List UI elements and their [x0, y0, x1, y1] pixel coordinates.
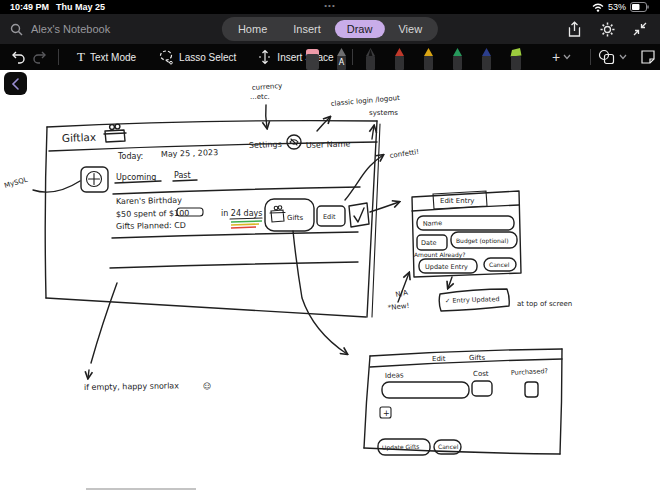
shapes-tool-button[interactable]	[598, 49, 627, 65]
amount-note: Amount Already?	[414, 251, 466, 259]
entry-countdown: in 24 days	[221, 209, 262, 218]
empty-note-text: if empty, happy snorlax	[84, 381, 179, 392]
tab-upcoming-label: Upcoming	[116, 173, 156, 182]
tab-insert[interactable]: Insert	[281, 20, 333, 38]
form-cancel-label: Cancel	[438, 443, 459, 450]
login-note-line2: systems	[369, 109, 398, 117]
sketch-edit-entry-panel: Edit Entry Name Date Budget (optional) A…	[412, 191, 521, 277]
list-separator	[112, 232, 358, 238]
gifts-button-label: Gifts	[287, 214, 303, 222]
list-separator	[110, 262, 358, 268]
past-underline	[173, 180, 197, 181]
sketch-annotation-new: N/A *New!	[387, 273, 409, 312]
col-purchased: Purchased?	[511, 367, 548, 377]
countdown-underline-green	[231, 221, 262, 222]
text-mode-button[interactable]: T Text Mode	[69, 49, 144, 65]
battery-icon	[630, 2, 650, 12]
collapse-window-icon[interactable]	[632, 21, 648, 37]
settings-label: Settings	[249, 140, 282, 150]
pen-black[interactable]	[362, 48, 379, 70]
settings-gear-icon[interactable]	[599, 21, 616, 38]
login-note-line1: classic login /logout	[330, 94, 400, 108]
sketch-gifts-form: Edit Gifts Ideas Cost Purchased? + Updat…	[364, 349, 562, 455]
redo-icon[interactable]	[32, 49, 48, 65]
today-label: Today:	[117, 152, 143, 161]
mysql-label: MySQL	[3, 176, 28, 190]
chevron-down-icon	[619, 54, 627, 60]
checkbox-sketch	[349, 203, 369, 227]
empty-connector-line	[91, 283, 117, 363]
app-screen: 10:49 PM Thu May 25 ••• 53% Alex's	[0, 0, 660, 495]
form-frame	[370, 349, 562, 356]
tab-draw[interactable]: Draw	[335, 20, 385, 38]
name-field-label: Name	[423, 219, 443, 228]
form-tab-edit: Edit	[432, 355, 446, 363]
pen-green[interactable]	[449, 48, 466, 70]
currency-note-line1: currency	[252, 82, 283, 92]
add-row-label: +	[383, 409, 390, 418]
edit-button-label: Edit	[323, 213, 336, 221]
status-bar: 10:49 PM Thu May 25 ••• 53%	[0, 0, 660, 14]
pen-blue[interactable]	[478, 48, 495, 70]
col-cost: Cost	[473, 370, 489, 378]
app-title: Giftlax	[62, 131, 97, 144]
panel-to-toast-arrow	[448, 277, 452, 288]
pen-a[interactable]: A	[333, 48, 350, 70]
upcoming-green-icon	[81, 167, 108, 192]
panel-title: Edit Entry	[440, 197, 474, 205]
gifts-button-sketch: Gifts	[265, 199, 314, 231]
ideas-input-sketch	[382, 382, 469, 398]
pen-a-label: A	[339, 58, 345, 67]
add-pen-button[interactable]: +	[552, 50, 571, 64]
edit-button-sketch: Edit	[317, 206, 345, 226]
list-separator	[113, 187, 360, 194]
user-name-label: User Name	[306, 139, 351, 150]
drawing-canvas[interactable]: currency ...etc. classic login /logout s…	[0, 70, 660, 495]
lasso-label: Lasso Select	[179, 52, 236, 63]
text-mode-label: Text Mode	[90, 52, 136, 63]
chevron-down-icon	[563, 54, 571, 60]
lasso-select-button[interactable]: Lasso Select	[150, 49, 244, 65]
share-icon[interactable]	[566, 21, 583, 38]
gifts-form-connector-arrow	[293, 231, 347, 354]
sketch-empty-note: if empty, happy snorlax ☺	[84, 283, 211, 392]
multitask-handle[interactable]: •••	[324, 1, 335, 10]
sketch-annotation-login: classic login /logout systems	[317, 94, 400, 139]
col-ideas: Ideas	[385, 371, 404, 380]
confetti-label: confetti!	[389, 148, 419, 160]
pen-red[interactable]	[391, 48, 408, 70]
draw-toolbar: T Text Mode Lasso Select Insert Space	[0, 44, 660, 70]
currency-note-line2: ...etc.	[250, 93, 270, 101]
purchased-checkbox-sketch	[525, 382, 538, 397]
login-arrow	[317, 117, 330, 131]
today-date: May 25 , 2023	[161, 148, 219, 159]
toast-position-note: at top of screen	[517, 300, 572, 308]
update-entry-label: Update Entry	[425, 263, 468, 271]
toolbar-divider	[590, 49, 591, 65]
gift-box-icon	[104, 124, 126, 142]
checkbox-to-panel-arrow	[370, 202, 399, 212]
lasso-icon	[158, 49, 174, 65]
tab-view[interactable]: View	[386, 20, 434, 38]
toast-text: ✓ Entry Updated	[445, 295, 500, 305]
search-icon[interactable]	[10, 23, 23, 36]
countdown-underline-yellow	[231, 224, 259, 225]
eraser-tool[interactable]	[304, 49, 321, 70]
entry-budget: $50 spent of $100	[116, 209, 189, 219]
pen-yellow[interactable]	[420, 48, 437, 70]
wifi-icon	[592, 2, 604, 12]
add-pen-icon: +	[552, 50, 560, 64]
tab-home[interactable]: Home	[226, 20, 279, 38]
entry-gifts: Gifts Planned: CD	[116, 221, 186, 231]
highlighter-green[interactable]	[507, 48, 525, 70]
date-field-label: Date	[421, 239, 437, 247]
form-tab-gifts: Gifts	[469, 354, 485, 362]
sticky-note-icon[interactable]	[640, 49, 656, 65]
currency-arrow	[266, 105, 267, 128]
ribbon-tabs: Home Insert Draw View	[222, 17, 438, 41]
undo-icon[interactable]	[10, 49, 26, 65]
entry-title: Karen's Birthday	[116, 196, 182, 206]
notebook-title[interactable]: Alex's Notebook	[31, 23, 110, 35]
toolbar-divider	[58, 49, 59, 65]
status-time: 10:49 PM	[10, 2, 49, 12]
